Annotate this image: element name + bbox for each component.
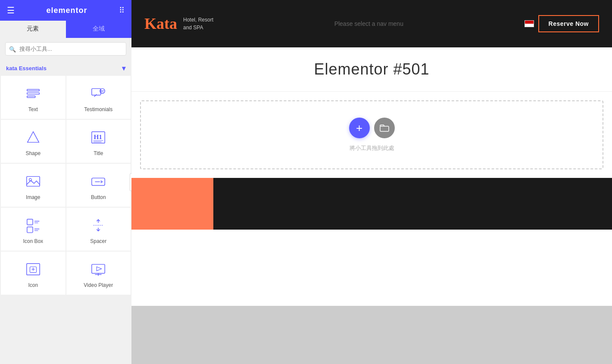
svg-marker-31 <box>97 267 101 271</box>
image-widget-label: Image <box>26 194 40 200</box>
svg-rect-20 <box>27 227 33 233</box>
shape-widget-label: Shape <box>25 150 41 156</box>
drop-zone-buttons: + <box>349 118 395 138</box>
widget-image[interactable]: Image <box>1 164 66 207</box>
nav-placeholder-text: Please select a nav menu <box>334 20 403 27</box>
footer-right-panel <box>213 178 612 230</box>
grid-apps-icon[interactable]: ⠿ <box>119 6 125 15</box>
widget-title[interactable]: H1 Title <box>66 120 131 163</box>
svg-marker-7 <box>27 132 39 143</box>
svg-rect-0 <box>27 90 40 91</box>
svg-rect-12 <box>27 177 40 187</box>
tab-elements[interactable]: 元素 <box>0 21 66 38</box>
tab-global[interactable]: 全域 <box>66 21 132 38</box>
search-input[interactable] <box>5 42 126 56</box>
drop-zone[interactable]: + 將小工具拖到此處 <box>140 100 603 169</box>
drop-zone-section: + 將小工具拖到此處 <box>131 92 612 178</box>
widget-button[interactable]: Button <box>66 164 131 207</box>
testimonials-widget-label: Testimonials <box>84 106 112 112</box>
sidebar-tabs: 元素 全域 <box>0 21 131 38</box>
icon-box-widget-label: Icon Box <box>23 238 43 244</box>
brand-tagline-line2: and SPA <box>183 24 213 31</box>
kata-essentials-header: kata Essentials ▾ <box>0 60 131 76</box>
brand-tagline: Hotel, Resort and SPA <box>183 16 213 31</box>
text-widget-icon <box>24 84 43 103</box>
svg-rect-2 <box>27 96 35 98</box>
title-widget-label: Title <box>94 150 103 156</box>
canvas-wrapper: Elementor #501 + <box>131 47 612 364</box>
svg-rect-17 <box>27 219 33 225</box>
header-bar: Kata Hotel, Resort and SPA Please select… <box>131 0 612 47</box>
svg-rect-3 <box>92 89 101 95</box>
widget-grid: Text Testimonials <box>0 76 131 296</box>
svg-rect-30 <box>92 264 105 274</box>
header-nav: Please select a nav menu <box>213 20 525 27</box>
sidebar: ☰ elementor ⠿ 元素 全域 🔍 kata Essentials ▾ <box>0 0 131 364</box>
spacer-widget-icon <box>89 216 108 235</box>
page-title-bar: Elementor #501 <box>131 47 612 92</box>
testimonials-widget-icon <box>89 84 108 103</box>
sidebar-collapse-button[interactable] <box>130 174 131 191</box>
widget-text[interactable]: Text <box>1 76 66 119</box>
drop-hint-text: 將小工具拖到此處 <box>350 144 394 152</box>
footer-section <box>131 178 612 230</box>
title-widget-icon: H1 <box>89 128 108 147</box>
brand-name: Kata <box>144 16 177 31</box>
section-title: kata Essentials <box>6 65 47 72</box>
text-widget-label: Text <box>28 106 38 112</box>
footer-left-panel <box>131 178 213 230</box>
widget-video-player[interactable]: Video Player <box>66 252 131 295</box>
svg-rect-1 <box>27 93 40 94</box>
reserve-now-button[interactable]: Reserve Now <box>538 15 599 32</box>
page-title: Elementor #501 <box>314 60 429 78</box>
collapse-button[interactable]: ▾ <box>122 64 125 72</box>
add-icon: + <box>356 121 362 135</box>
search-container: 🔍 <box>0 38 131 60</box>
video-player-widget-label: Video Player <box>84 282 113 288</box>
reserve-button-container: Reserve Now <box>525 15 599 32</box>
svg-rect-34 <box>380 126 389 131</box>
svg-text:H1: H1 <box>94 133 102 140</box>
sidebar-header: ☰ elementor ⠿ <box>0 0 131 21</box>
flag-icon <box>525 20 534 27</box>
icon-widget-icon <box>24 260 43 279</box>
widget-icon-box[interactable]: Icon Box <box>1 208 66 251</box>
brand-tagline-line1: Hotel, Resort <box>183 16 213 24</box>
main-canvas-area: Kata Hotel, Resort and SPA Please select… <box>131 0 612 364</box>
template-library-button[interactable] <box>374 118 395 138</box>
icon-box-widget-icon <box>24 216 43 235</box>
video-player-widget-icon <box>89 260 108 279</box>
canvas-page: Elementor #501 + <box>131 47 612 306</box>
widget-section: kata Essentials ▾ Text <box>0 60 131 364</box>
widget-shape[interactable]: Shape <box>1 120 66 163</box>
add-widget-button[interactable]: + <box>349 118 370 138</box>
image-widget-icon <box>24 172 43 191</box>
widget-icon[interactable]: Icon <box>1 252 66 295</box>
spacer-widget-label: Spacer <box>90 238 106 244</box>
icon-widget-label: Icon <box>28 282 38 288</box>
button-widget-icon <box>89 172 108 191</box>
hamburger-menu-icon[interactable]: ☰ <box>7 5 15 16</box>
widget-testimonials[interactable]: Testimonials <box>66 76 131 119</box>
shape-widget-icon <box>24 128 43 147</box>
brand-logo: Kata Hotel, Resort and SPA <box>144 16 213 31</box>
button-widget-label: Button <box>91 194 106 200</box>
widget-spacer[interactable]: Spacer <box>66 208 131 251</box>
elementor-logo: elementor <box>46 6 87 15</box>
svg-marker-16 <box>101 180 103 184</box>
